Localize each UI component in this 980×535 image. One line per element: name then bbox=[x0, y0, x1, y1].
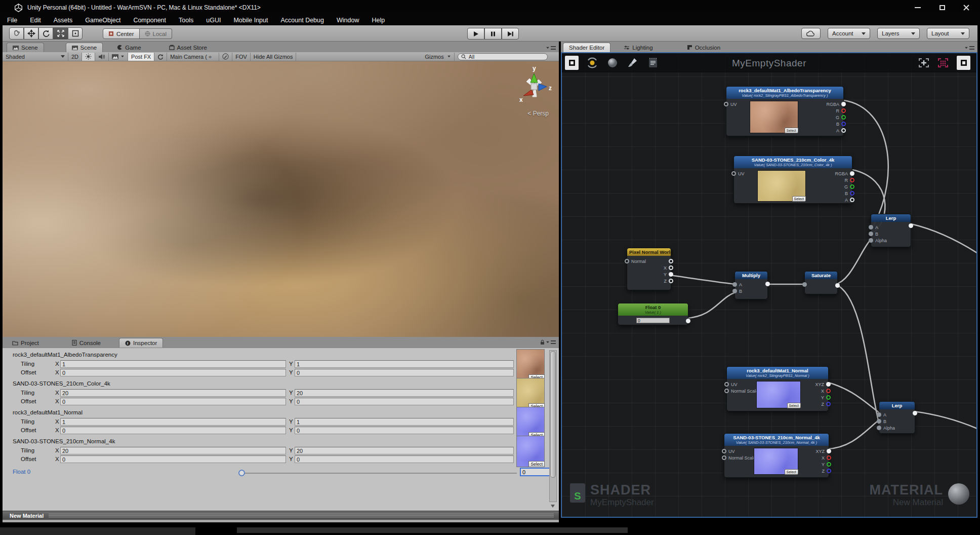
port-xyz[interactable] bbox=[826, 382, 831, 387]
cloud-services-button[interactable] bbox=[801, 28, 821, 39]
step-button[interactable] bbox=[502, 28, 519, 40]
offset-x-field[interactable] bbox=[60, 398, 286, 405]
port-normal[interactable] bbox=[625, 259, 629, 263]
port-g[interactable] bbox=[841, 115, 846, 120]
tiling-y-field[interactable] bbox=[295, 447, 514, 454]
postfx-toggle[interactable]: Post FX bbox=[128, 53, 154, 61]
port-uv[interactable] bbox=[724, 382, 729, 387]
port-uv[interactable] bbox=[731, 171, 736, 176]
port-y[interactable] bbox=[826, 395, 831, 400]
orientation-gizmo[interactable]: y z x bbox=[515, 64, 553, 113]
tab-asset-store[interactable]: Asset Store bbox=[164, 43, 213, 52]
port-uv[interactable] bbox=[724, 102, 728, 106]
scroll-down-arrow[interactable] bbox=[551, 505, 555, 508]
tab-inspector[interactable]: i Inspector bbox=[119, 338, 163, 348]
lighting-toggle-button[interactable] bbox=[82, 53, 95, 61]
select-button[interactable]: Select bbox=[792, 196, 806, 202]
port-r[interactable] bbox=[841, 108, 846, 113]
select-button[interactable]: Select bbox=[787, 403, 801, 408]
port-b[interactable] bbox=[732, 289, 737, 293]
port-x[interactable] bbox=[669, 265, 673, 270]
port-x[interactable] bbox=[827, 455, 831, 460]
port-b[interactable] bbox=[877, 419, 881, 424]
texture-preview[interactable]: Select bbox=[756, 381, 801, 408]
port-b[interactable] bbox=[869, 232, 873, 236]
menu-gameobject[interactable]: GameObject bbox=[85, 17, 120, 24]
offset-y-field[interactable] bbox=[295, 427, 514, 434]
shader-graph-canvas[interactable]: rock3_defaultMat1_AlbedoTransparency Val… bbox=[561, 52, 977, 518]
port-r[interactable] bbox=[850, 178, 854, 182]
rotate-tool-button[interactable] bbox=[38, 27, 53, 40]
node-pixel-normal-world[interactable]: Pixel Normal World Normal X Y Z bbox=[627, 248, 671, 290]
port-z[interactable] bbox=[826, 402, 831, 406]
inspector-panel-menu[interactable] bbox=[540, 339, 556, 345]
scene-panel-menu[interactable] bbox=[546, 46, 556, 50]
fov-button[interactable]: FOV bbox=[232, 53, 251, 61]
play-button[interactable] bbox=[467, 28, 484, 40]
port-y[interactable] bbox=[827, 462, 831, 467]
scene-search-field[interactable] bbox=[458, 53, 548, 60]
port-alpha[interactable] bbox=[877, 426, 881, 430]
port-rgba[interactable] bbox=[841, 102, 846, 106]
scene-search-input[interactable] bbox=[468, 53, 534, 60]
port-uv[interactable] bbox=[722, 449, 726, 453]
port-z[interactable] bbox=[827, 469, 831, 473]
hide-gizmos-button[interactable]: Hide All Gizmos bbox=[251, 53, 297, 61]
node-texture-rock-albedo[interactable]: rock3_defaultMat1_AlbedoTransparency Val… bbox=[726, 86, 844, 136]
scale-tool-button[interactable] bbox=[53, 27, 68, 40]
space-local-button[interactable]: Local bbox=[140, 28, 173, 39]
draw-mode-dropdown[interactable]: Shaded bbox=[3, 53, 68, 61]
tab-project[interactable]: Project bbox=[7, 338, 45, 348]
rect-tool-button[interactable] bbox=[68, 27, 83, 40]
edit-toggle-button[interactable] bbox=[219, 53, 232, 61]
menu-window[interactable]: Window bbox=[337, 17, 359, 24]
offset-x-field[interactable] bbox=[60, 369, 286, 376]
account-dropdown[interactable]: Account bbox=[828, 28, 870, 39]
port-xyz[interactable] bbox=[827, 449, 831, 453]
port-rgba[interactable] bbox=[850, 171, 854, 176]
menu-component[interactable]: Component bbox=[133, 17, 166, 24]
tab-lighting[interactable]: Lighting bbox=[618, 43, 658, 52]
port-a[interactable] bbox=[850, 198, 854, 202]
port-xyz[interactable] bbox=[669, 259, 673, 263]
port-z[interactable] bbox=[669, 279, 673, 283]
tab-scene[interactable]: Scene bbox=[66, 43, 103, 52]
float-slider-handle[interactable] bbox=[238, 470, 245, 476]
offset-y-field[interactable] bbox=[295, 455, 514, 463]
node-lerp-1[interactable]: Lerp A B Alpha bbox=[871, 214, 911, 247]
tab-console[interactable]: Console bbox=[66, 338, 106, 348]
tiling-x-field[interactable] bbox=[60, 447, 286, 454]
menu-account-debug[interactable]: Account Debug bbox=[281, 17, 324, 24]
gizmos-dropdown[interactable]: Gizmos bbox=[422, 53, 454, 61]
float-slider-track[interactable] bbox=[242, 473, 517, 474]
offset-x-field[interactable] bbox=[60, 455, 286, 463]
menu-file[interactable]: File bbox=[7, 17, 17, 24]
tiling-y-field[interactable] bbox=[295, 360, 514, 368]
tab-shader-editor[interactable]: Shader Editor bbox=[563, 43, 610, 52]
material-grid-icon[interactable] bbox=[937, 58, 949, 68]
pause-button[interactable] bbox=[484, 28, 502, 40]
focus-on-selection-icon[interactable] bbox=[918, 58, 929, 68]
tiling-y-field[interactable] bbox=[295, 389, 514, 397]
pivot-center-button[interactable]: Center bbox=[103, 28, 140, 39]
hand-tool-button[interactable] bbox=[9, 27, 24, 40]
shader-panel-menu[interactable] bbox=[964, 46, 974, 50]
texture-preview[interactable]: Select bbox=[754, 448, 798, 475]
audio-toggle-button[interactable] bbox=[95, 53, 109, 61]
menu-mobile-input[interactable]: Mobile Input bbox=[233, 17, 268, 24]
layout-dropdown[interactable]: Layout bbox=[927, 28, 969, 39]
menu-assets[interactable]: Assets bbox=[54, 17, 73, 24]
float-value-field[interactable] bbox=[520, 468, 550, 476]
port-output[interactable] bbox=[913, 411, 917, 415]
port-normal-scale[interactable] bbox=[722, 455, 726, 460]
port-x[interactable] bbox=[826, 389, 831, 393]
tab-occlusion[interactable]: Occlusion bbox=[681, 43, 726, 52]
node-multiply[interactable]: Multiply A B bbox=[734, 271, 768, 299]
port-alpha[interactable] bbox=[869, 238, 873, 243]
select-button[interactable]: Select bbox=[785, 469, 798, 475]
port-a[interactable] bbox=[732, 282, 737, 287]
menu-ugui[interactable]: uGUI bbox=[206, 17, 221, 24]
menu-edit[interactable]: Edit bbox=[30, 17, 41, 24]
port-y[interactable] bbox=[669, 272, 673, 277]
select-button[interactable]: Select bbox=[785, 128, 798, 133]
